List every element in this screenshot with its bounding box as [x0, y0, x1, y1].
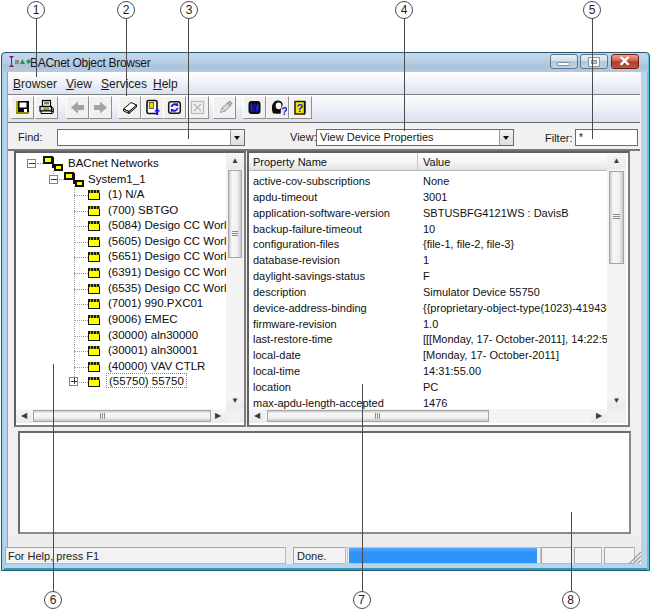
- svg-text:?: ?: [281, 105, 287, 116]
- svg-text:?: ?: [296, 102, 303, 114]
- svg-text:it: it: [252, 104, 257, 113]
